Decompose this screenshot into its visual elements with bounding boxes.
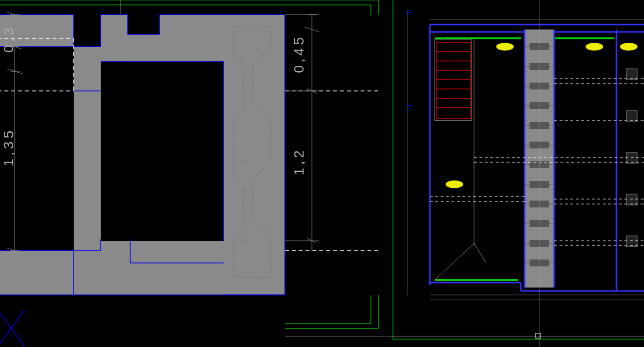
cursor-pickbox xyxy=(535,333,540,338)
right-bay xyxy=(616,29,637,291)
svg-rect-63 xyxy=(626,111,637,121)
svg-line-22 xyxy=(435,243,474,280)
svg-rect-65 xyxy=(626,194,637,205)
cad-viewport[interactable]: 0,3 1,35 0,45 1,2 xyxy=(0,0,644,347)
green-frame-right xyxy=(393,0,644,339)
svg-point-80 xyxy=(620,43,638,51)
svg-rect-62 xyxy=(626,69,637,80)
svg-point-79 xyxy=(586,43,603,51)
svg-rect-66 xyxy=(626,236,637,247)
svg-rect-26 xyxy=(436,42,471,118)
svg-line-23 xyxy=(474,243,486,263)
right-plan-drawing xyxy=(0,0,644,347)
svg-point-78 xyxy=(496,43,514,51)
svg-point-81 xyxy=(446,180,463,188)
svg-rect-64 xyxy=(626,152,637,163)
staircase xyxy=(436,42,471,118)
